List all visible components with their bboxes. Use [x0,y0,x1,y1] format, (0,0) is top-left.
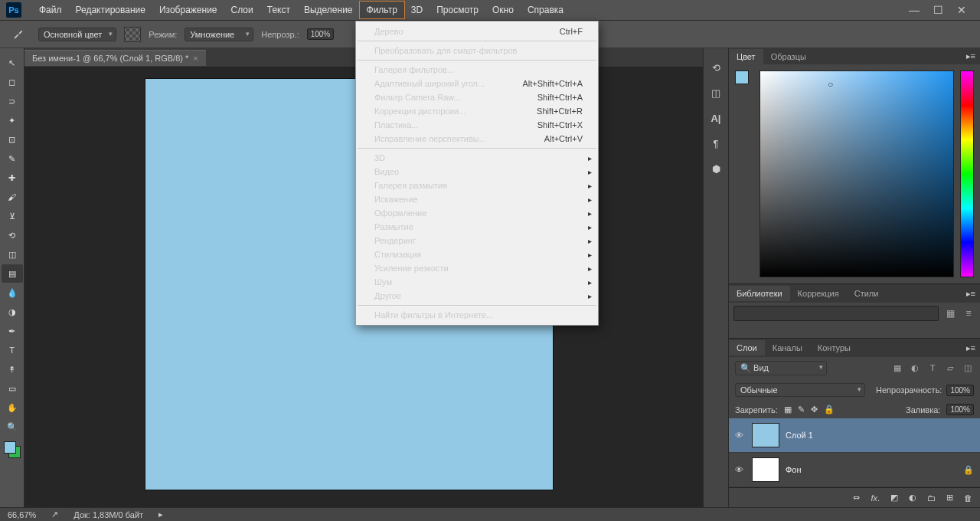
close-button[interactable]: ✕ [957,4,966,16]
menu-редактирование[interactable]: Редактирование [69,2,152,18]
fill-value[interactable]: 100% [946,404,974,415]
filter-pixel-icon[interactable]: ▦ [891,363,903,373]
layer-mask-icon[interactable]: ◩ [890,493,898,503]
filter-menu-item[interactable]: Галерея размытия [356,179,598,192]
menu-выделение[interactable]: Выделение [297,2,360,18]
crop-tool[interactable]: ⊡ [2,130,23,149]
layer-blend-dropdown[interactable]: Обычные [735,383,865,397]
hue-slider[interactable] [960,70,974,277]
new-group-icon[interactable]: 🗀 [927,493,936,503]
filter-menu-item[interactable]: ДеревоCtrl+F [356,25,598,38]
tab-paths[interactable]: Контуры [810,340,858,356]
maximize-button[interactable]: ☐ [933,4,943,16]
tab-adjustments[interactable]: Коррекция [790,286,847,301]
layer-opacity-value[interactable]: 100% [946,385,974,396]
filter-menu-item[interactable]: Фильтр Camera Raw...Shift+Ctrl+A [356,90,598,104]
lock-icon[interactable]: 🔒 [963,465,974,475]
properties-panel-icon[interactable]: ◫ [711,87,720,99]
menu-фильтр[interactable]: Фильтр [360,2,404,18]
wand-tool[interactable]: ✦ [2,111,23,129]
visibility-icon[interactable]: 👁 [735,431,746,440]
filter-menu-item[interactable]: Усиление резкости [356,261,598,275]
delete-layer-icon[interactable]: 🗑 [964,493,972,503]
tab-channels[interactable]: Каналы [765,340,810,356]
eyedropper-tool[interactable]: ✎ [2,149,23,168]
menu-3d[interactable]: 3D [404,2,430,18]
link-layers-icon[interactable]: ⇔ [853,493,860,503]
filter-type-icon[interactable]: T [926,363,939,373]
zoom-tool[interactable]: 🔍 [2,418,23,436]
heal-tool[interactable]: ✚ [2,169,23,187]
color-swatch[interactable] [4,441,21,458]
minimize-button[interactable]: — [909,4,920,16]
filter-menu-item[interactable]: Преобразовать для смарт-фильтров [356,44,598,57]
filter-adjust-icon[interactable]: ◐ [909,363,921,373]
tool-preset-icon[interactable] [6,24,31,45]
list-view-icon[interactable]: ≡ [962,306,975,320]
tab-swatches[interactable]: Образцы [763,49,814,64]
filter-menu-item[interactable]: Найти фильтры в Интернете... [356,308,598,322]
history-tool[interactable]: ⟲ [2,226,23,244]
lock-brush-icon[interactable]: ✎ [798,405,805,415]
filter-shape-icon[interactable]: ▱ [944,363,956,373]
filter-menu-item[interactable]: Размытие [356,220,598,234]
layer-filter-dropdown[interactable]: 🔍 Вид [735,361,827,375]
gradient-tool[interactable]: ▤ [2,264,23,283]
menu-файл[interactable]: Файл [32,2,69,18]
type-tool[interactable]: T [2,341,23,359]
menu-текст[interactable]: Текст [260,2,297,18]
blend-mode-dropdown[interactable]: Умножение [185,28,253,41]
paragraph-panel-icon[interactable]: ¶ [714,138,719,149]
menu-справка[interactable]: Справка [521,2,570,18]
hand-tool[interactable]: ✋ [2,398,23,417]
filter-menu-item[interactable]: Искажение [356,192,598,206]
lock-transparency-icon[interactable]: ▦ [784,405,792,415]
history-panel-icon[interactable]: ⟲ [712,62,720,74]
menu-изображение[interactable]: Изображение [152,2,224,18]
filter-menu-item[interactable]: 3D [356,151,598,165]
character-panel-icon[interactable]: A| [710,113,720,124]
eraser-tool[interactable]: ◫ [2,245,23,264]
color-picker[interactable] [760,70,954,277]
layer-row[interactable]: 👁Слой 1 [729,418,980,453]
filter-menu-item[interactable]: Другое [356,289,598,303]
blur-tool[interactable]: 💧 [2,283,23,302]
foreground-color-dropdown[interactable]: Основной цвет [38,28,116,41]
tab-layers[interactable]: Слои [729,340,765,356]
tab-color[interactable]: Цвет [729,49,763,64]
layer-thumbnail[interactable] [752,457,779,482]
library-dropdown[interactable] [733,306,939,321]
pattern-icon[interactable] [124,27,141,42]
filter-menu-item[interactable]: Видео [356,165,598,179]
layer-thumbnail[interactable] [752,423,779,447]
tab-close-icon[interactable]: × [193,54,198,63]
filter-menu-item[interactable]: Галерея фильтров... [356,63,598,77]
color-mini-swatch[interactable] [735,70,753,89]
lock-move-icon[interactable]: ✥ [811,405,818,415]
filter-menu-item[interactable]: Стилизация [356,247,598,261]
panel-menu-icon[interactable]: ▸≡ [966,343,975,353]
zoom-value[interactable]: 66,67% [8,510,36,519]
brush-tool[interactable]: 🖌 [2,188,23,206]
lasso-tool[interactable]: ⊃ [2,92,23,110]
layer-row[interactable]: 👁Фон🔒 [729,453,980,487]
stamp-tool[interactable]: ⊻ [2,207,23,225]
tab-libraries[interactable]: Библиотеки [729,286,790,301]
panel-menu-icon[interactable]: ▸≡ [966,51,975,61]
filter-menu-item[interactable]: Оформление [356,206,598,220]
filter-menu-item[interactable]: Коррекция дисторсии...Shift+Ctrl+R [356,104,598,118]
filter-smart-icon[interactable]: ◫ [962,363,974,373]
new-layer-icon[interactable]: ⊞ [946,493,953,503]
share-icon[interactable]: ↗ [51,510,58,519]
panel-menu-icon[interactable]: ▸≡ [966,289,975,299]
document-tab[interactable]: Без имени-1 @ 66,7% (Слой 1, RGB/8) * × [24,50,206,66]
filter-menu-item[interactable]: Шум [356,275,598,289]
menu-слои[interactable]: Слои [224,2,260,18]
lock-all-icon[interactable]: 🔒 [824,405,835,415]
3d-panel-icon[interactable]: ⬢ [712,163,720,175]
filter-menu-item[interactable]: Пластика...Shift+Ctrl+X [356,118,598,132]
rect-tool[interactable]: ▭ [2,379,23,398]
grid-view-icon[interactable]: ▦ [943,306,957,320]
filter-menu-item[interactable]: Исправление перспективы...Alt+Ctrl+V [356,132,598,146]
move-tool[interactable]: ↖ [2,54,23,72]
